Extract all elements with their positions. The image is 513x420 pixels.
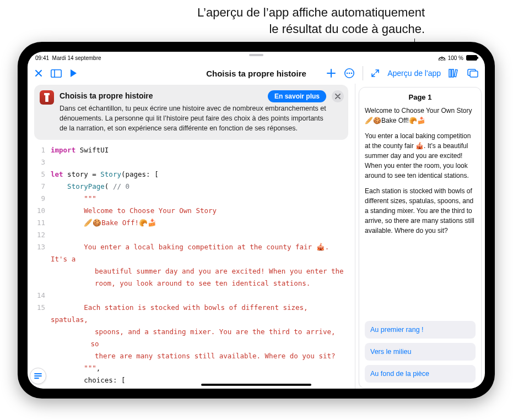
documentation-icon — [34, 373, 42, 379]
status-right: 100 % — [439, 55, 477, 61]
toolbar-title: Choisis ta propre histoire — [206, 69, 306, 78]
status-left: 09:41 Mardi 14 septembre — [35, 55, 101, 61]
ipad-frame: 09:41 Mardi 14 septembre 100 % — [18, 42, 495, 399]
code-line[interactable]: 10 Welcome to Choose Your Own Story — [33, 205, 352, 217]
line-number: 12 — [33, 229, 51, 241]
home-indicator[interactable] — [201, 384, 311, 386]
code-text[interactable]: 🥖🍪Bake Off!🥐🍰 — [51, 217, 352, 229]
code-line[interactable]: """, — [33, 362, 352, 374]
svg-rect-0 — [51, 69, 61, 77]
code-line[interactable]: 12 — [33, 229, 352, 241]
library-icon[interactable] — [449, 69, 460, 78]
code-text[interactable]: import SwiftUI — [51, 144, 352, 156]
preview-label[interactable]: Aperçu de l'app — [387, 69, 441, 78]
line-number: 3 — [33, 156, 51, 168]
code-text[interactable]: You enter a local baking competition at … — [51, 241, 352, 290]
wifi-icon — [439, 56, 445, 61]
line-number: 7 — [33, 181, 51, 193]
svg-rect-6 — [449, 69, 451, 77]
svg-rect-8 — [454, 69, 457, 77]
battery-percentage: 100 % — [448, 55, 463, 61]
line-number — [33, 386, 51, 389]
close-icon[interactable] — [34, 69, 43, 78]
preview-choices: Au premier rang !Vers le milieuAu fond d… — [365, 317, 476, 383]
code-line[interactable]: 11 🥖🍪Bake Off!🥐🍰 — [33, 217, 352, 229]
close-icon — [335, 94, 341, 99]
code-text[interactable]: Welcome to Choose Your Own Story — [51, 205, 352, 217]
sidebar-toggle-icon[interactable] — [51, 69, 62, 78]
svg-point-4 — [349, 73, 350, 74]
code-text[interactable] — [51, 290, 352, 302]
code-line[interactable]: 13 You enter a local baking competition … — [33, 241, 352, 290]
code-text[interactable]: """, — [51, 362, 352, 374]
preview-choice-button[interactable]: Au fond de la pièce — [365, 365, 476, 383]
content-area: Choisis ta propre histoire Dans cet écha… — [28, 84, 485, 389]
line-number: 11 — [33, 217, 51, 229]
svg-point-5 — [351, 73, 353, 74]
code-line[interactable]: 15 Each station is stocked with bowls of… — [33, 302, 352, 362]
preview-choice-button[interactable]: Au premier rang ! — [365, 321, 476, 339]
caption-line: le résultat du code à gauche. — [269, 22, 425, 36]
documentation-button[interactable] — [30, 368, 46, 384]
intro-desc: Dans cet échantillon, tu peux écrire une… — [60, 103, 326, 133]
status-date: Mardi 14 septembre — [52, 55, 101, 61]
code-line[interactable]: 14 — [33, 290, 352, 302]
caption-line: L’aperçu de l’app affiche automatiquemen… — [197, 6, 425, 19]
more-icon[interactable] — [344, 68, 355, 79]
code-line[interactable]: 1import SwiftUI — [33, 144, 352, 156]
code-line[interactable]: Choice(text: "Front row!", destination: … — [33, 386, 352, 389]
preview-paragraph: You enter a local baking competition at … — [365, 131, 476, 181]
close-intro-button[interactable] — [332, 90, 344, 102]
battery-icon — [466, 55, 477, 61]
code-editor[interactable]: 1import SwiftUI35let story = Story(pages… — [31, 144, 352, 389]
code-line[interactable]: 9 """ — [33, 193, 352, 205]
line-number: 13 — [33, 241, 51, 290]
line-number: 1 — [33, 144, 51, 156]
toolbar: Choisis ta propre histoire Aperçu de l'a… — [28, 63, 485, 84]
preview-paragraph: Each station is stocked with bowls of di… — [365, 186, 476, 236]
svg-rect-10 — [470, 71, 478, 77]
multitask-handle[interactable] — [249, 54, 263, 56]
line-number: 14 — [33, 290, 51, 302]
code-text[interactable]: """ — [51, 193, 352, 205]
code-text[interactable]: Choice(text: "Front row!", destination: … — [51, 386, 352, 389]
code-text[interactable] — [51, 156, 352, 168]
status-time: 09:41 — [35, 55, 49, 61]
run-icon[interactable] — [69, 69, 77, 78]
code-text[interactable]: StoryPage( // 0 — [51, 181, 352, 193]
annotation-caption: L’aperçu de l’app affiche automatiquemen… — [83, 4, 425, 37]
preview-paragraph: Welcome to Choose Your Own Story 🥖🍪Bake … — [365, 106, 476, 126]
intro-card: Choisis ta propre histoire Dans cet écha… — [34, 85, 348, 140]
code-text[interactable]: Each station is stocked with bowls of di… — [51, 302, 352, 362]
toolbar-separator — [363, 66, 363, 80]
status-bar: 09:41 Mardi 14 septembre 100 % — [28, 52, 485, 63]
learn-more-button[interactable]: En savoir plus — [268, 90, 326, 102]
add-icon[interactable] — [326, 68, 336, 78]
expand-preview-icon[interactable] — [371, 69, 380, 78]
line-number: 9 — [33, 193, 51, 205]
window-icon[interactable] — [467, 69, 478, 78]
code-text[interactable]: let story = Story(pages: [ — [51, 168, 352, 181]
code-line[interactable]: 3 — [33, 156, 352, 168]
ipad-screen: 09:41 Mardi 14 septembre 100 % — [28, 52, 485, 389]
line-number: 10 — [33, 205, 51, 217]
line-number: 5 — [33, 168, 51, 181]
svg-point-3 — [347, 73, 348, 74]
svg-rect-7 — [452, 69, 453, 77]
app-icon — [40, 90, 54, 105]
preview-body: Welcome to Choose Your Own Story 🥖🍪Bake … — [365, 106, 476, 241]
preview-page-title: Page 1 — [365, 93, 476, 101]
code-line[interactable]: 7 StoryPage( // 0 — [33, 181, 352, 193]
preview-device: Page 1 Welcome to Choose Your Own Story … — [359, 87, 482, 389]
line-number: 15 — [33, 302, 51, 362]
preview-pane: Page 1 Welcome to Choose Your Own Story … — [355, 84, 485, 389]
code-line[interactable]: 5let story = Story(pages: [ — [33, 168, 352, 181]
preview-choice-button[interactable]: Vers le milieu — [365, 343, 476, 361]
code-text[interactable] — [51, 229, 352, 241]
editor-pane[interactable]: Choisis ta propre histoire Dans cet écha… — [28, 84, 355, 389]
